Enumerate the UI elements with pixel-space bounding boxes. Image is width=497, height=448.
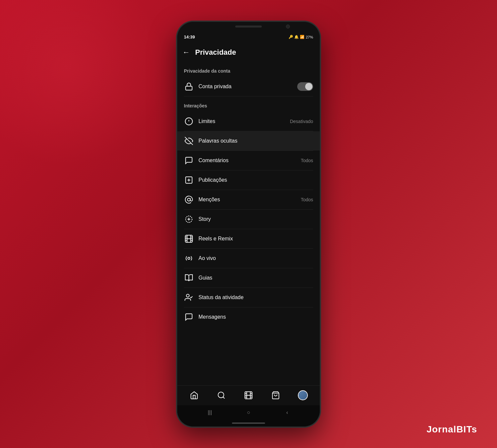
svg-point-13: [188, 257, 190, 259]
nav-profile[interactable]: [296, 388, 310, 403]
menu-item-story[interactable]: Story: [177, 210, 320, 229]
palavras-ocultas-label: Palavras ocultas: [198, 138, 313, 144]
avatar-image: [299, 391, 307, 400]
brand-watermark: JornalBITs: [426, 424, 477, 435]
menu-item-comentarios[interactable]: Comentários Todos: [177, 151, 320, 170]
toggle-knob: [305, 83, 312, 90]
menu-item-status-atividade[interactable]: Status da atividade: [177, 288, 320, 307]
status-time: 14:39: [184, 34, 195, 39]
bottom-indicator: [232, 422, 265, 424]
nav-search[interactable]: [214, 388, 229, 403]
message-circle-icon: [184, 156, 194, 165]
mencoes-label: Menções: [198, 197, 301, 203]
menu-item-ao-vivo[interactable]: Ao vivo: [177, 249, 320, 268]
camera: [286, 25, 290, 29]
mensagens-label: Mensagens: [198, 314, 313, 320]
plus-square-icon: [184, 175, 194, 185]
status-icons: 🔑 🔔 📶 27%: [289, 35, 313, 39]
nav-home[interactable]: [187, 388, 201, 403]
comentarios-value: Todos: [301, 158, 313, 163]
menu-item-conta-privada[interactable]: Conta privada: [177, 77, 320, 96]
scroll-padding: [177, 327, 320, 333]
content-scroll[interactable]: Privacidade da conta Conta privada Inter…: [177, 62, 320, 385]
status-battery: 🔑 🔔 📶: [289, 35, 304, 39]
nav-shop[interactable]: [268, 388, 283, 403]
menu-item-mensagens[interactable]: Mensagens: [177, 307, 320, 327]
eye-off-icon: [184, 136, 194, 146]
app-header: ← Privacidade: [177, 43, 320, 62]
search-icon: [217, 391, 226, 400]
phone-bottom-bar: [177, 420, 320, 426]
alert-circle-icon: [184, 116, 194, 126]
svg-line-16: [223, 397, 225, 399]
reels-icon: [184, 234, 194, 244]
svg-point-8: [188, 198, 191, 201]
nav-reels[interactable]: [241, 388, 256, 403]
android-home-button[interactable]: ○: [244, 409, 253, 416]
ao-vivo-label: Ao vivo: [198, 255, 313, 261]
conta-privada-label: Conta privada: [198, 84, 297, 90]
svg-point-15: [218, 392, 224, 398]
status-battery-pct: 27%: [306, 35, 313, 39]
home-icon: [190, 391, 198, 400]
message-icon: [184, 312, 194, 322]
svg-point-14: [186, 294, 189, 297]
conta-privada-toggle[interactable]: [297, 82, 313, 91]
profile-avatar: [298, 390, 308, 400]
story-icon: [184, 214, 194, 224]
page-title: Privacidade: [195, 48, 236, 57]
speaker: [235, 26, 262, 28]
lock-icon: [184, 82, 194, 92]
radio-icon: [184, 253, 194, 263]
menu-item-palavras-ocultas[interactable]: Palavras ocultas: [177, 131, 320, 151]
menu-item-mencoes[interactable]: Menções Todos: [177, 190, 320, 209]
status-atividade-label: Status da atividade: [198, 294, 313, 300]
story-label: Story: [198, 216, 313, 222]
section-header-interactions: Interações: [177, 96, 320, 112]
phone-frame: 14:39 🔑 🔔 📶 27% ← Privacidade Privacidad…: [177, 22, 320, 426]
book-open-icon: [184, 273, 194, 283]
phone-top-bar: [177, 22, 320, 31]
app-screen: ← Privacidade Privacidade da conta Conta…: [177, 43, 320, 405]
reels-remix-label: Reels e Remix: [198, 236, 313, 242]
android-nav-bar: ||| ○ ‹: [177, 405, 320, 420]
menu-item-reels-remix[interactable]: Reels e Remix: [177, 229, 320, 248]
publicacoes-label: Publicações: [198, 177, 313, 183]
svg-rect-0: [186, 86, 192, 90]
android-back-button[interactable]: ‹: [282, 409, 292, 416]
shopping-bag-icon: [271, 391, 280, 400]
bottom-nav: [177, 385, 320, 405]
brand-name: JornalBITs: [426, 424, 477, 434]
comentarios-label: Comentários: [198, 158, 301, 163]
limites-label: Limites: [198, 118, 290, 124]
mencoes-value: Todos: [301, 197, 313, 202]
menu-item-limites[interactable]: Limites Desativado: [177, 112, 320, 131]
user-activity-icon: [184, 292, 194, 302]
guias-label: Guias: [198, 275, 313, 281]
reels-nav-icon: [244, 391, 253, 400]
status-bar: 14:39 🔑 🔔 📶 27%: [177, 31, 320, 43]
section-header-account: Privacidade da conta: [177, 62, 320, 77]
menu-item-guias[interactable]: Guias: [177, 268, 320, 288]
limites-value: Desativado: [290, 119, 313, 124]
android-menu-button[interactable]: |||: [205, 409, 215, 416]
back-button[interactable]: ←: [183, 48, 190, 57]
at-sign-icon: [184, 195, 194, 205]
menu-item-publicacoes[interactable]: Publicações: [177, 170, 320, 190]
